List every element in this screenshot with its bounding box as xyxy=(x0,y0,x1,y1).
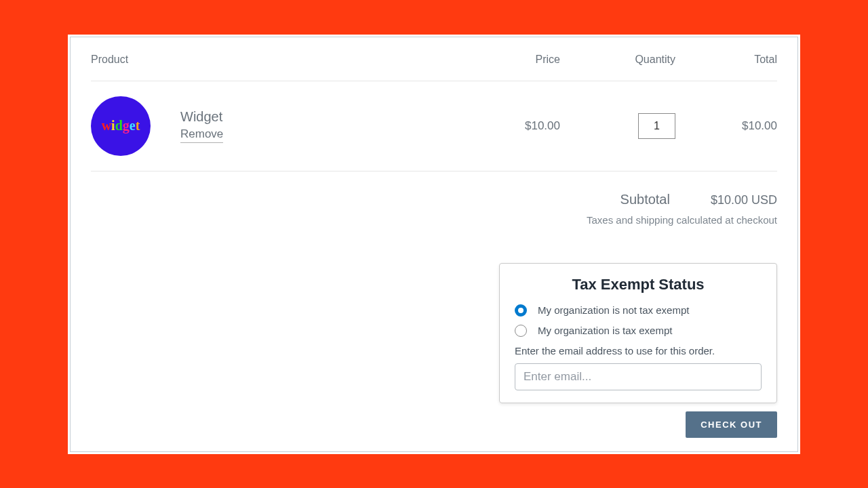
checkout-button[interactable]: Check Out xyxy=(686,411,777,438)
radio-row-exempt[interactable]: My organization is tax exempt xyxy=(515,325,762,337)
line-qty-cell xyxy=(560,113,675,139)
tax-exempt-title: Tax Exempt Status xyxy=(515,276,762,293)
email-input[interactable] xyxy=(515,363,762,390)
product-name: Widget xyxy=(180,109,445,125)
column-total: Total xyxy=(675,54,777,66)
cart-line-item: widget Widget Remove $10.00 $10.00 xyxy=(91,81,777,171)
radio-row-not-exempt[interactable]: My organization is not tax exempt xyxy=(515,304,762,317)
line-total: $10.00 xyxy=(675,119,777,133)
tax-shipping-note: Taxes and shipping calculated at checkou… xyxy=(91,214,777,226)
product-info: Widget Remove xyxy=(180,109,445,143)
radio-not-exempt[interactable] xyxy=(515,304,527,317)
remove-link[interactable]: Remove xyxy=(180,127,223,143)
column-price: Price xyxy=(445,54,560,66)
email-prompt: Enter the email address to use for this … xyxy=(515,345,762,357)
quantity-input[interactable] xyxy=(638,113,675,139)
tax-exempt-panel: Tax Exempt Status My organization is not… xyxy=(499,263,777,403)
column-product: Product xyxy=(91,54,445,66)
radio-exempt[interactable] xyxy=(515,325,527,337)
cart-summary: Subtotal $10.00 USD Taxes and shipping c… xyxy=(91,192,777,438)
radio-not-exempt-label: My organization is not tax exempt xyxy=(538,304,689,316)
subtotal-label: Subtotal xyxy=(620,192,670,207)
line-price: $10.00 xyxy=(445,119,560,133)
radio-exempt-label: My organization is tax exempt xyxy=(538,325,672,336)
product-thumbnail-icon: widget xyxy=(91,96,151,156)
subtotal-value: $10.00 USD xyxy=(711,193,777,207)
column-quantity: Quantity xyxy=(560,54,675,66)
cart-card: Product Price Quantity Total widget Widg… xyxy=(68,35,800,454)
cart-header-row: Product Price Quantity Total xyxy=(91,54,777,81)
